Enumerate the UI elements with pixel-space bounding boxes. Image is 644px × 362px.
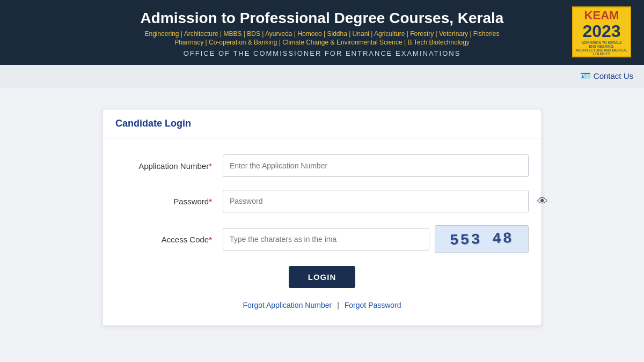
application-number-row: Application Number* <box>115 154 529 177</box>
application-number-wrap <box>223 154 529 177</box>
btn-row: LOGIN <box>115 266 529 288</box>
header-courses-line2: Pharmacy | Co-operation & Banking | Clim… <box>11 39 633 46</box>
login-card-header: Candidate Login <box>103 109 541 138</box>
access-code-label: Access Code* <box>115 235 223 244</box>
keam-year: 2023 <box>582 23 620 40</box>
application-number-input[interactable] <box>223 154 529 177</box>
eye-icon[interactable]: 👁 <box>537 195 548 208</box>
links-row: Forgot Application Number | Forgot Passw… <box>115 301 529 309</box>
header-courses-line1: Engineering | Architecture | MBBS | BDS … <box>11 30 633 38</box>
contact-us-link[interactable]: 🪪 Contact Us <box>580 71 633 81</box>
access-code-inner: 553 48 <box>223 225 529 253</box>
keam-brand: KEAM <box>584 9 619 23</box>
header-title: Admission to Professional Degree Courses… <box>11 10 633 27</box>
access-code-input[interactable] <box>223 228 429 250</box>
link-separator: | <box>337 301 339 309</box>
password-input[interactable] <box>223 190 529 212</box>
login-card: Candidate Login Application Number* Pass… <box>102 109 542 326</box>
contact-icon: 🪪 <box>580 71 591 81</box>
password-label: Password* <box>115 197 223 206</box>
forgot-application-link[interactable]: Forgot Application Number <box>243 301 332 309</box>
navbar: 🪪 Contact Us <box>0 65 644 87</box>
keam-logo: KEAM 2023 ADMISSION TO KERALA ENGINEERIN… <box>572 6 631 57</box>
login-card-body: Application Number* Password* 👁 <box>103 138 541 326</box>
forgot-password-link[interactable]: Forgot Password <box>345 301 401 309</box>
password-row: Password* 👁 <box>115 190 529 212</box>
login-card-title: Candidate Login <box>115 118 529 129</box>
contact-us-label: Contact Us <box>594 71 633 80</box>
password-wrap: 👁 <box>223 190 529 212</box>
application-number-label: Application Number* <box>115 161 223 171</box>
header-office: OFFICE OF THE COMMISSIONER FOR ENTRANCE … <box>11 49 633 57</box>
main-content: Candidate Login Application Number* Pass… <box>0 87 644 348</box>
header: Admission to Professional Degree Courses… <box>0 0 644 65</box>
keam-desc: ADMISSION TO KERALA ENGINEERING, ARCHITE… <box>573 41 630 56</box>
captcha-box: 553 48 <box>435 225 529 253</box>
login-button[interactable]: LOGIN <box>289 266 356 288</box>
captcha-text: 553 48 <box>450 230 514 248</box>
access-code-wrap: 553 48 <box>223 225 529 253</box>
access-code-row: Access Code* 553 48 <box>115 225 529 253</box>
